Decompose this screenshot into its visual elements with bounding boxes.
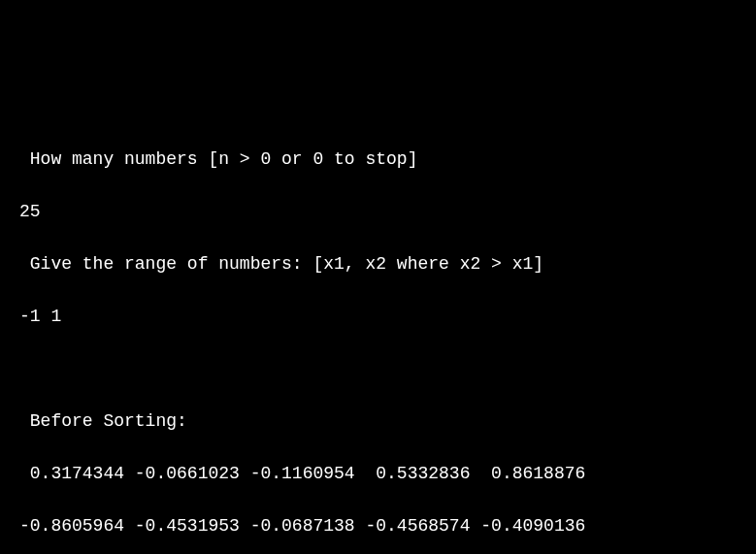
- before-row-1: -0.8605964 -0.4531953 -0.0687138 -0.4568…: [19, 513, 737, 539]
- blank-line: [19, 356, 737, 382]
- before-row-0: 0.3174344 -0.0661023 -0.1160954 0.533283…: [19, 461, 737, 487]
- before-sorting-label: Before Sorting:: [19, 408, 737, 435]
- input-count: 25: [19, 199, 737, 225]
- prompt-range: Give the range of numbers: [x1, x2 where…: [19, 251, 737, 277]
- prompt-how-many: How many numbers [n > 0 or 0 to stop]: [19, 147, 737, 173]
- terminal-output: How many numbers [n > 0 or 0 to stop] 25…: [19, 120, 737, 554]
- input-range: -1 1: [19, 304, 737, 330]
